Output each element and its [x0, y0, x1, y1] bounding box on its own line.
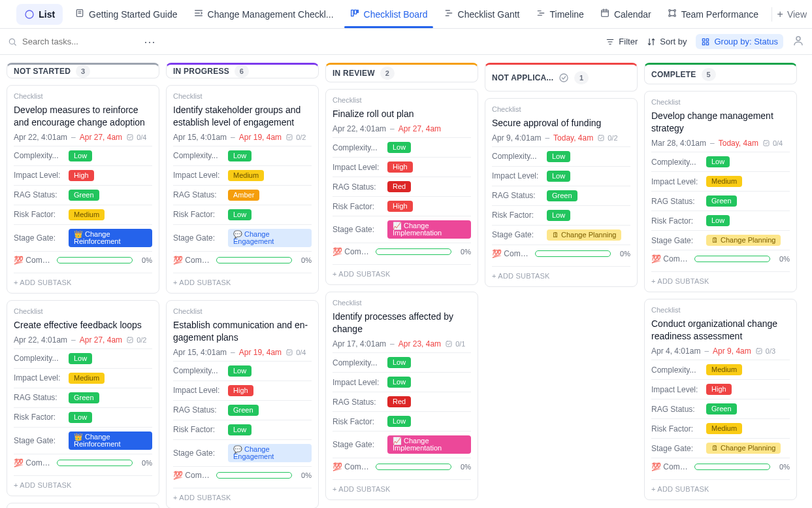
field-label: RAG Status: — [173, 190, 224, 199]
task-card[interactable]: Checklist Establish communication and en… — [166, 300, 319, 508]
tab-list[interactable]: List — [16, 4, 63, 25]
progress-bar — [535, 250, 611, 257]
add-subtask-button[interactable]: ADD SUBTASK — [173, 273, 312, 289]
complexity-badge: Low — [547, 151, 570, 162]
svg-rect-0 — [7, 10, 14, 17]
filter-button[interactable]: Filter — [606, 37, 638, 46]
tab-view[interactable]: Calendar — [592, 1, 659, 27]
search-input[interactable] — [21, 36, 138, 47]
tab-label: Checklist Gantt — [458, 9, 520, 20]
assignee-icon[interactable] — [792, 35, 804, 48]
tab-label: Team Performance — [681, 9, 758, 20]
column-header[interactable]: IN REVIEW2 — [325, 63, 478, 82]
complexity-badge: Low — [69, 353, 92, 364]
column-header[interactable]: NOT APPLICA...1 — [485, 63, 638, 92]
card-dates: Mar 28, 4:01am – Today, 4am 0/4 — [651, 139, 790, 148]
progress-bar — [57, 460, 133, 466]
tab-icon — [349, 8, 360, 20]
add-view-button[interactable]: + View — [777, 9, 807, 20]
rag-badge: Red — [387, 396, 411, 407]
field-label: Stage Gate: — [173, 449, 224, 458]
svg-rect-45 — [756, 348, 762, 354]
column-header[interactable]: NOT STARTED3 — [7, 63, 159, 78]
progress-percent: 0% — [455, 463, 471, 471]
rag-badge: Green — [706, 195, 737, 207]
completion-label: 💯 Complet... — [651, 462, 690, 471]
field-label: Risk Factor: — [173, 210, 224, 219]
task-card[interactable]: Checklist Identify stakeholder groups an… — [166, 85, 319, 294]
field-label: Risk Factor: — [492, 211, 543, 220]
field-label: Complexity... — [173, 151, 224, 160]
risk-badge: Low — [228, 209, 252, 220]
tab-view[interactable]: Getting Started Guide — [67, 1, 185, 27]
start-date: Apr 4, 4:01am — [651, 347, 700, 356]
tab-view[interactable]: Timeline — [528, 1, 592, 27]
subtask-count: 0/3 — [755, 347, 775, 355]
status-circle-icon — [559, 73, 569, 83]
card-dates: Apr 22, 4:01am – Apr 27, 4am 0/4 — [14, 133, 152, 142]
field-label: Impact Level: — [651, 177, 702, 186]
risk-badge: Low — [547, 210, 570, 221]
add-subtask-button[interactable]: ADD SUBTASK — [651, 271, 790, 288]
risk-badge: Medium — [69, 209, 105, 220]
field-label: Stage Gate: — [14, 436, 65, 445]
task-card[interactable]: Checklist Secure approval of funding Apr… — [485, 98, 638, 287]
field-label: Complexity... — [492, 152, 543, 161]
task-card[interactable]: Checklist Finalize roll out plan Apr 22,… — [325, 89, 478, 285]
completion-label: 💯 Complet... — [333, 247, 372, 256]
card-breadcrumb: Checklist — [651, 306, 790, 314]
tab-view[interactable]: Change Management Checkl... — [186, 1, 342, 27]
field-label: RAG Status: — [492, 191, 543, 200]
column-title: IN PROGRESS — [173, 67, 229, 76]
field-label: Stage Gate: — [333, 225, 383, 234]
risk-badge: Low — [387, 416, 411, 427]
add-subtask-button[interactable]: ADD SUBTASK — [333, 479, 471, 496]
field-label: Impact Level: — [492, 171, 543, 180]
more-menu-icon[interactable]: ⋯ — [144, 35, 155, 49]
completion-label: 💯 Complet... — [651, 254, 690, 263]
divider — [771, 7, 772, 22]
tab-view[interactable]: Checklist Board — [342, 1, 436, 27]
task-card[interactable]: Checklist Develop measures to reinforce … — [7, 85, 159, 294]
tab-view[interactable]: Checklist Gantt — [436, 1, 528, 27]
task-card[interactable]: Checklist Create effective feedback loop… — [7, 300, 159, 496]
field-label: Impact Level: — [333, 378, 383, 387]
column-header[interactable]: IN PROGRESS6 — [166, 63, 319, 78]
kanban-column: IN PROGRESS6 Checklist Identify stakehol… — [166, 63, 319, 500]
add-subtask-button[interactable]: ADD SUBTASK — [651, 479, 790, 496]
add-subtask-button[interactable]: ADD SUBTASK — [492, 266, 630, 282]
progress-bar — [376, 464, 451, 470]
search[interactable] — [8, 36, 138, 47]
start-date: Apr 22, 4:01am — [14, 335, 67, 345]
field-label: Impact Level: — [14, 373, 65, 382]
field-label: Complexity... — [14, 354, 65, 363]
rag-badge: Green — [547, 190, 577, 201]
progress-percent: 0% — [774, 463, 790, 471]
complexity-badge: Low — [387, 357, 411, 368]
add-subtask-button[interactable]: ADD SUBTASK — [173, 488, 312, 504]
tab-label: Change Management Checkl... — [208, 9, 334, 20]
task-card[interactable]: Checklist Identify processes affected by… — [325, 292, 478, 500]
add-subtask-button[interactable]: ADD SUBTASK — [14, 475, 152, 492]
task-card[interactable]: Checklist Develop change management stra… — [644, 91, 797, 292]
column-header[interactable]: COMPLETE5 — [644, 63, 797, 84]
svg-rect-41 — [446, 341, 451, 347]
card-dates: Apr 4, 4:01am – Apr 9, 4am 0/3 — [651, 347, 790, 356]
add-subtask-button[interactable]: ADD SUBTASK — [333, 264, 471, 280]
svg-rect-43 — [598, 135, 604, 141]
card-title: Identify processes affected by change — [333, 311, 471, 335]
task-card[interactable]: Checklist Conduct organizational change … — [644, 299, 797, 500]
card-stub[interactable]: Checklist — [7, 503, 159, 508]
end-date: Today, 4am — [719, 139, 758, 148]
collapse-sidebar-icon[interactable] — [5, 5, 15, 24]
sort-button[interactable]: Sort by — [647, 37, 687, 46]
progress-bar — [694, 256, 770, 262]
add-subtask-button[interactable]: ADD SUBTASK — [14, 273, 152, 289]
column-title: IN REVIEW — [333, 69, 375, 78]
column-count: 6 — [235, 65, 249, 78]
tab-view[interactable]: Team Performance — [659, 1, 766, 27]
start-date: Apr 17, 4:01am — [333, 339, 386, 348]
impact-badge: Medium — [706, 176, 742, 187]
svg-line-28 — [14, 43, 16, 45]
groupby-button[interactable]: Group by: Status — [696, 34, 783, 49]
